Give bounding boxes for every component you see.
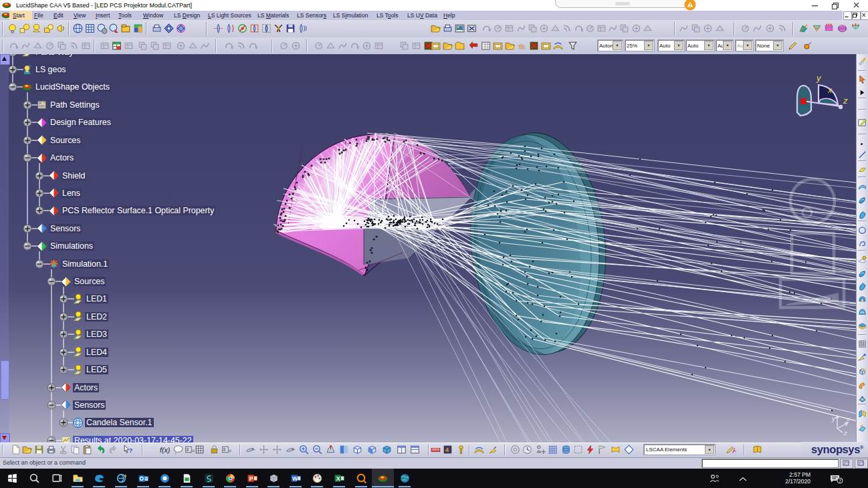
svg-text:8:: 8: (187, 447, 191, 452)
svg-text:4: 4 (445, 446, 449, 453)
svg-text:X: X (336, 475, 340, 482)
svg-text:f(x): f(x) (160, 446, 170, 454)
svg-text:8:: 8: (223, 447, 227, 452)
svg-text:?: ? (129, 447, 133, 454)
svg-text:7: 7 (839, 478, 841, 484)
svg-text:P: P (249, 475, 253, 482)
svg-text:=: = (229, 448, 231, 454)
